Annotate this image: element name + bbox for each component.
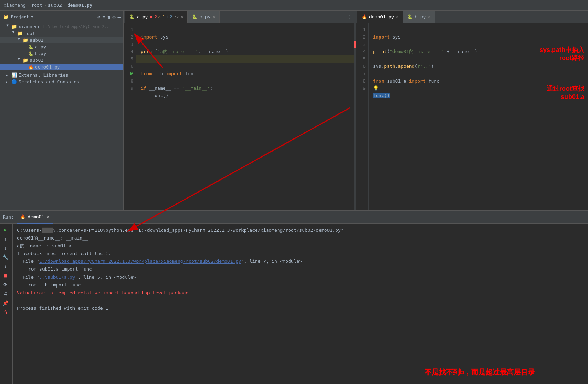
project-icon: 📁 bbox=[3, 14, 9, 20]
title-bar: xiaomeng › root › sub02 › demo01.py bbox=[0, 0, 588, 11]
redirect-btn[interactable]: ↕ bbox=[1, 262, 9, 270]
traceback-link-2[interactable]: ..\sub01\a.py bbox=[39, 274, 75, 280]
left-line-numbers: 1 2 3 4 5 6 7 8 9 bbox=[124, 23, 136, 210]
right-tab-bar: 🔥 demo01.py ✕ 🐍 b.py ✕ bbox=[356, 11, 588, 23]
sidebar-item-ext-libs[interactable]: ▶ 📊 External Libraries bbox=[0, 72, 123, 78]
sidebar-item-sub01[interactable]: ▶ 📁 sub01 bbox=[0, 37, 123, 43]
run-label: Run: bbox=[3, 214, 14, 220]
right-code-area[interactable]: 1 2 3 4 5 6 7 8 9 import sys print("demo… bbox=[356, 23, 588, 210]
expand-arrow-ext: ▶ bbox=[6, 73, 10, 77]
error-scroll-marker bbox=[354, 41, 356, 48]
scroll-down-button[interactable]: ↓ bbox=[1, 244, 9, 252]
b-py-file-icon-right: 🐍 bbox=[407, 14, 413, 19]
run-tabs: Run: 🔥 demo01 ✕ bbox=[0, 211, 588, 224]
tab-b-py-right[interactable]: 🐍 b.py ✕ bbox=[403, 11, 435, 23]
main-container: 📁 Project ▾ ⊕ ≡ ⇅ ⚙ — ▶ 📁 xiaomeng bbox=[0, 11, 588, 384]
gear-icon[interactable]: ⊕ bbox=[97, 14, 100, 20]
b-py-icon: 🐍 bbox=[28, 51, 34, 56]
close-b-py-left[interactable]: ✕ bbox=[213, 14, 215, 19]
expand-arrow-root: ▶ bbox=[12, 31, 16, 36]
collapse-icon[interactable]: ≡ bbox=[102, 14, 105, 20]
demo01-icon: 🔥 bbox=[28, 65, 34, 70]
left-code-area[interactable]: 1 2 3 4 5 6 7 8 9 ▶ bbox=[124, 23, 356, 210]
sidebar: 📁 Project ▾ ⊕ ≡ ⇅ ⚙ — ▶ 📁 xiaomeng bbox=[0, 11, 124, 210]
run-button[interactable]: ▶ bbox=[1, 226, 9, 234]
tab-demo01-label: demo01.py bbox=[369, 14, 394, 19]
console-traceback-code-2: from ..b import func bbox=[25, 281, 584, 289]
editors-split: 🐍 a.py ● 2 ⚠ 1 ℹ 2 ∧∨ ✕ 🐍 bbox=[124, 11, 588, 210]
left-code-content[interactable]: import sys print("a的__name__: ", __name_… bbox=[136, 23, 356, 117]
rerun-btn[interactable]: ⟳ bbox=[1, 281, 9, 289]
project-dropdown[interactable]: ▾ bbox=[31, 14, 34, 19]
tab-a-py[interactable]: 🐍 a.py ● 2 ⚠ 1 ℹ 2 ∧∨ ✕ bbox=[125, 11, 188, 23]
tab-b-py-label-right: b.py bbox=[415, 14, 426, 19]
expand-arrow-scratches: ▶ bbox=[6, 80, 10, 84]
pin-btn[interactable]: 📌 bbox=[1, 299, 9, 307]
console-traceback-code-1: from sub01.a import func bbox=[25, 265, 584, 273]
close-a-py[interactable]: ✕ bbox=[181, 14, 183, 19]
right-editor-pane: 🔥 demo01.py ✕ 🐍 b.py ✕ 1 2 bbox=[356, 11, 588, 210]
a-py-label: a.py bbox=[35, 44, 46, 49]
tab-error-badges: ● 2 ⚠ 1 ℹ 2 bbox=[150, 14, 172, 19]
scrollbar-gutter bbox=[354, 23, 356, 210]
sub02-label: sub02 bbox=[30, 58, 43, 63]
sidebar-item-scratches[interactable]: ▶ 🔵 Scratches and Consoles bbox=[0, 78, 123, 85]
sidebar-item-sub02[interactable]: ▶ 📁 sub02 bbox=[0, 57, 123, 64]
run-tab-icon: 🔥 bbox=[20, 214, 25, 219]
sidebar-item-a-py[interactable]: 🐍 a.py bbox=[0, 43, 123, 50]
console-section: ▶ ↑ ↓ 🔧 ↕ ■ ⟳ 🖨 📌 🗑 C:\Users\████\.conda… bbox=[0, 224, 588, 384]
sub01-label: sub01 bbox=[30, 37, 43, 43]
tab-b-py-label-left: b.py bbox=[199, 14, 210, 19]
tab-b-py-left[interactable]: 🐍 b.py ✕ bbox=[188, 11, 220, 23]
sub02-folder-icon: 📁 bbox=[23, 58, 28, 63]
traceback-link-1[interactable]: E:/download_apps/PyCharm 2022.1.3/workpl… bbox=[39, 259, 241, 264]
sidebar-toolbar: ⊕ ≡ ⇅ ⚙ — bbox=[97, 14, 121, 20]
project-name: xiaomeng bbox=[18, 24, 41, 29]
expand-chevron: ∧∨ bbox=[174, 15, 179, 19]
scroll-up-button[interactable]: ↑ bbox=[1, 235, 9, 243]
clear-btn[interactable]: 🗑 bbox=[1, 308, 9, 316]
expand-arrow-sub02: ▶ bbox=[17, 58, 21, 63]
sidebar-item-xiaomeng[interactable]: ▶ 📁 xiaomeng E:\download_apps\PyCharm 2.… bbox=[0, 23, 123, 30]
settings-run-btn[interactable]: 🔧 bbox=[1, 253, 9, 261]
demo01-file-icon: 🔥 bbox=[362, 14, 367, 19]
run-tab-demo01[interactable]: 🔥 demo01 ✕ bbox=[17, 211, 53, 224]
minimize-icon[interactable]: — bbox=[118, 14, 121, 20]
console-error-line: ValueError: attempted relative import be… bbox=[17, 289, 584, 297]
left-code-wrapper: ▶ import sys print("a的__name__: ", __nam… bbox=[136, 23, 356, 210]
tab-more-left[interactable]: ⋮ bbox=[344, 14, 354, 19]
console-blank bbox=[17, 297, 584, 305]
console-exit: Process finished with exit code 1 bbox=[17, 305, 584, 312]
warn-count: ⚠ 1 bbox=[158, 14, 165, 19]
sidebar-item-root[interactable]: ▶ 📁 root bbox=[0, 30, 123, 37]
right-code-content[interactable]: import sys print("demo01的__name__: " + _… bbox=[369, 23, 588, 210]
ext-libs-label: External Libraries bbox=[18, 72, 68, 78]
close-run-tab[interactable]: ✕ bbox=[46, 214, 49, 219]
top-section: 📁 Project ▾ ⊕ ≡ ⇅ ⚙ — ▶ 📁 xiaomeng bbox=[0, 11, 588, 210]
sub01-folder-icon: 📁 bbox=[23, 37, 28, 43]
close-b-py-right[interactable]: ✕ bbox=[428, 14, 430, 19]
print-btn[interactable]: 🖨 bbox=[1, 290, 9, 298]
root-folder-icon: 📁 bbox=[17, 31, 23, 36]
console-traceback-1: File "E:/download_apps/PyCharm 2022.1.3/… bbox=[17, 258, 584, 265]
info-count: ℹ 2 bbox=[166, 14, 172, 19]
stop-button[interactable]: ■ bbox=[1, 272, 9, 279]
sort-icon[interactable]: ⇅ bbox=[107, 14, 110, 20]
editor-area: 🐍 a.py ● 2 ⚠ 1 ℹ 2 ∧∨ ✕ 🐍 bbox=[124, 11, 588, 210]
root-label: root bbox=[24, 31, 35, 36]
settings-icon[interactable]: ⚙ bbox=[112, 14, 115, 20]
expand-arrow-sub01: ▶ bbox=[17, 38, 21, 42]
b-py-file-icon-left: 🐍 bbox=[192, 14, 197, 19]
run-controls: ▶ ↑ ↓ 🔧 ↕ ■ ⟳ 🖨 📌 🗑 bbox=[0, 224, 13, 384]
error-count: ● 2 bbox=[150, 14, 157, 19]
tab-demo01[interactable]: 🔥 demo01.py ✕ bbox=[357, 11, 403, 23]
console-cmd-line: C:\Users\████\.conda\envs\PY110\python.e… bbox=[17, 226, 584, 234]
breadcrumb-root: root bbox=[31, 2, 42, 8]
close-demo01[interactable]: ✕ bbox=[396, 14, 398, 19]
sidebar-item-demo01[interactable]: 🔥 demo01.py bbox=[0, 64, 123, 70]
console-traceback-header: Traceback (most recent call last): bbox=[17, 250, 584, 258]
breadcrumb-xiaomeng: xiaomeng bbox=[4, 2, 26, 8]
sidebar-item-b-py[interactable]: 🐍 b.py bbox=[0, 50, 123, 57]
scratches-icon: 🔵 bbox=[11, 79, 17, 84]
scratches-label: Scratches and Consoles bbox=[18, 79, 79, 84]
